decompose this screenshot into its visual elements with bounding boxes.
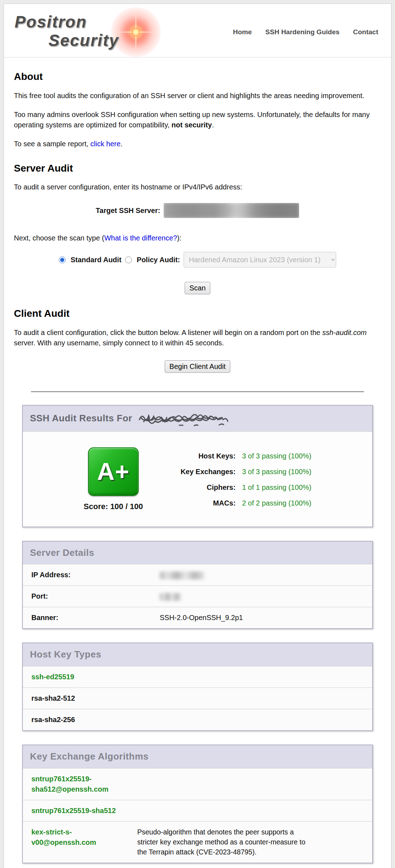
results-panel-title: SSH Audit Results For bbox=[30, 412, 132, 425]
detail-label: Banner: bbox=[31, 613, 160, 623]
about-title: About bbox=[14, 70, 381, 84]
host-key-types-header: Host Key Types bbox=[23, 643, 372, 666]
client-audit-p-post: server. With any username, simply connec… bbox=[14, 339, 224, 347]
server-details-title: Server Details bbox=[30, 547, 94, 558]
stat-value: 1 of 1 passing (100%) bbox=[242, 482, 312, 493]
redacted-hostname-scribble bbox=[137, 411, 242, 427]
host-key-types-panel: Host Key Types ssh-ed25519 rsa-sha2-512 … bbox=[22, 643, 373, 731]
stat-row-key-exchanges: Key Exchanges: 3 of 3 passing (100%) bbox=[170, 467, 312, 477]
scan-type-difference-link[interactable]: What is the difference? bbox=[104, 234, 177, 242]
stat-label: Key Exchanges: bbox=[170, 467, 236, 477]
kex-row: kex-strict-s-v00@openssh.com Pseudo-algo… bbox=[23, 821, 372, 863]
kex-row: sntrup761x25519-sha512@openssh.com bbox=[23, 768, 372, 800]
begin-client-audit-row: Begin Client Audit bbox=[14, 360, 381, 373]
host-key-types-title: Host Key Types bbox=[30, 649, 101, 660]
server-details-panel: Server Details IP Address: Port: Banner:… bbox=[22, 541, 373, 629]
client-audit-p-pre: To audit a client configuration, click t… bbox=[14, 329, 322, 336]
about-paragraph-2: Too many admins overlook SSH configurati… bbox=[14, 110, 381, 130]
algorithm-note bbox=[133, 806, 137, 816]
results-stats: Host Keys: 3 of 3 passing (100%) Key Exc… bbox=[170, 451, 312, 508]
main-card: Positron Security Home SSH Hardening Gui… bbox=[4, 4, 391, 868]
server-detail-row-port: Port: bbox=[23, 585, 372, 607]
kex-row: sntrup761x25519-sha512 bbox=[23, 800, 372, 821]
server-detail-row-ip: IP Address: bbox=[23, 564, 372, 585]
nav-home[interactable]: Home bbox=[233, 27, 252, 37]
score-label: Score: 100 / 100 bbox=[84, 501, 143, 512]
server-audit-intro: To audit a server configuration, enter i… bbox=[14, 182, 381, 192]
host-key-row: rsa-sha2-512 bbox=[23, 687, 372, 709]
redacted-input-value bbox=[164, 203, 299, 218]
server-detail-row-banner: Banner: SSH-2.0-OpenSSH_9.2p1 bbox=[23, 607, 372, 628]
client-audit-paragraph: To audit a client configuration, click t… bbox=[14, 328, 381, 348]
site-header: Positron Security Home SSH Hardening Gui… bbox=[4, 4, 391, 57]
stat-value: 3 of 3 passing (100%) bbox=[242, 467, 312, 477]
host-key-row: rsa-sha2-256 bbox=[23, 709, 372, 730]
detail-label: IP Address: bbox=[31, 570, 160, 580]
logo-line1: Positron bbox=[15, 14, 119, 30]
positron-security-logo[interactable]: Positron Security bbox=[15, 9, 182, 55]
client-audit-site-name: ssh-audit.com bbox=[322, 329, 367, 336]
results-body: A+ Score: 100 / 100 Host Keys: 3 of 3 pa… bbox=[23, 431, 372, 527]
scan-type-options: Standard Audit Policy Audit: Hardened Am… bbox=[14, 252, 381, 268]
detail-value-redacted bbox=[160, 591, 364, 601]
scan-type-pre: Next, choose the scan type ( bbox=[14, 234, 104, 242]
stat-label: Ciphers: bbox=[170, 482, 236, 493]
policy-audit-label: Policy Audit: bbox=[137, 255, 180, 265]
logo-line2: Security bbox=[48, 32, 119, 49]
target-server-row: Target SSH Server: bbox=[14, 203, 381, 218]
grade-badge: A+ bbox=[88, 447, 139, 496]
client-audit-title: Client Audit bbox=[14, 306, 381, 321]
scan-type-post: ): bbox=[177, 234, 181, 242]
grade-column: A+ Score: 100 / 100 bbox=[84, 447, 143, 512]
host-key-row: ssh-ed25519 bbox=[23, 666, 372, 687]
about-p2-post: . bbox=[212, 121, 214, 129]
detail-value-redacted bbox=[160, 570, 364, 580]
kex-title: Key Exchange Algorithms bbox=[30, 751, 149, 762]
algorithm-name: sntrup761x25519-sha512 bbox=[31, 806, 133, 816]
grade-letter: A+ bbox=[97, 454, 129, 489]
kex-panel: Key Exchange Algorithms sntrup761x25519-… bbox=[22, 745, 373, 863]
stat-value: 3 of 3 passing (100%) bbox=[242, 451, 312, 461]
begin-client-audit-button[interactable]: Begin Client Audit bbox=[165, 360, 230, 373]
main-nav: Home SSH Hardening Guides Contact bbox=[233, 27, 378, 37]
redacted-port-value bbox=[160, 593, 181, 601]
scan-type-text: Next, choose the scan type (What is the … bbox=[14, 233, 381, 243]
section-divider bbox=[31, 391, 364, 392]
nav-ssh-hardening-guides[interactable]: SSH Hardening Guides bbox=[265, 27, 339, 37]
target-server-label: Target SSH Server: bbox=[96, 205, 160, 216]
algorithm-name: rsa-sha2-512 bbox=[31, 694, 75, 702]
about-paragraph-1: This free tool audits the configuration … bbox=[14, 91, 381, 101]
scan-button[interactable]: Scan bbox=[185, 282, 210, 294]
algorithm-name: sntrup761x25519-sha512@openssh.com bbox=[31, 774, 133, 795]
server-details-header: Server Details bbox=[23, 542, 372, 564]
sample-report-link[interactable]: click here bbox=[91, 140, 120, 148]
algorithm-note bbox=[133, 774, 137, 795]
detail-label: Port: bbox=[31, 591, 160, 601]
scan-button-row: Scan bbox=[14, 282, 381, 294]
about-paragraph-3: To see a sample report, click here. bbox=[14, 139, 381, 149]
stat-label: MACs: bbox=[170, 498, 236, 508]
target-server-input[interactable] bbox=[164, 203, 299, 218]
stat-row-host-keys: Host Keys: 3 of 3 passing (100%) bbox=[170, 451, 312, 461]
about-p3-pre: To see a sample report, bbox=[14, 140, 91, 148]
nav-contact[interactable]: Contact bbox=[353, 27, 378, 37]
standard-audit-radio[interactable] bbox=[59, 257, 66, 263]
stat-value: 2 of 2 passing (100%) bbox=[242, 498, 312, 508]
algorithm-name: kex-strict-s-v00@openssh.com bbox=[31, 827, 133, 857]
about-p3-post: . bbox=[120, 140, 123, 148]
results-panel: SSH Audit Results For A+ Score: 100 / 10… bbox=[22, 405, 373, 527]
redacted-ip-value bbox=[160, 572, 204, 579]
algorithm-name: ssh-ed25519 bbox=[31, 673, 74, 681]
policy-select[interactable]: Hardened Amazon Linux 2023 (version 1) bbox=[184, 252, 336, 268]
detail-value: SSH-2.0-OpenSSH_9.2p1 bbox=[160, 613, 364, 623]
kex-header: Key Exchange Algorithms bbox=[23, 745, 372, 768]
algorithm-note: Pseudo-algorithm that denotes the peer s… bbox=[133, 827, 313, 857]
standard-audit-label: Standard Audit bbox=[71, 255, 122, 265]
results-panel-header: SSH Audit Results For bbox=[23, 406, 372, 431]
policy-audit-radio[interactable] bbox=[125, 257, 132, 263]
stat-row-ciphers: Ciphers: 1 of 1 passing (100%) bbox=[170, 482, 312, 493]
logo-text: Positron Security bbox=[15, 14, 119, 49]
stat-label: Host Keys: bbox=[170, 451, 236, 461]
about-p2-bold: not security bbox=[171, 121, 212, 129]
algorithm-name: rsa-sha2-256 bbox=[31, 716, 75, 724]
